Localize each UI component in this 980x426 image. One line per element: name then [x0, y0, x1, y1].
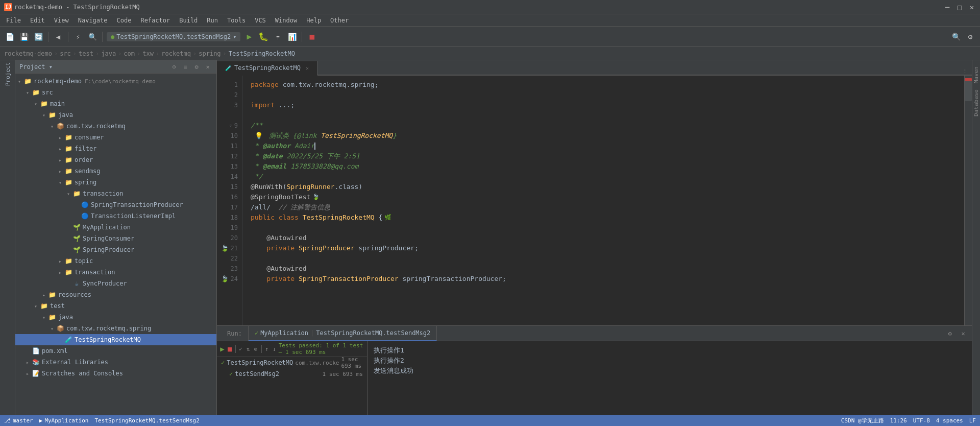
tree-item-java-main[interactable]: ▾ 📁 java [15, 109, 216, 121]
encoding-status[interactable]: UTF-8 [913, 417, 930, 424]
tree-item-test[interactable]: ▾ 📁 test [15, 300, 216, 312]
search-button[interactable]: 🔍 [950, 31, 962, 42]
tree-item-resources[interactable]: ▸ 📁 resources [15, 289, 216, 300]
close-button[interactable]: ✕ [968, 3, 976, 11]
run-button[interactable]: ▶ [243, 31, 255, 42]
tree-item-spring[interactable]: ▾ 📁 spring [15, 177, 216, 188]
tree-item-root[interactable]: ▾ 📁 rocketmq-demo F:\code\rocketmq-demo [15, 76, 216, 87]
tree-item-sync-producer[interactable]: ▸ ☕ SyncProducer [15, 278, 216, 289]
breadcrumb-txw[interactable]: txw [142, 50, 154, 57]
project-tab-btn[interactable]: Project [3, 62, 13, 86]
menu-refactor[interactable]: Refactor [136, 16, 174, 25]
menu-help[interactable]: Help [302, 16, 325, 25]
run-panel-settings-btn[interactable]: ⚙ [945, 329, 954, 338]
tree-item-tx-listener[interactable]: ▸ 🔵 TransactionListenerImpl [15, 210, 216, 222]
coverage-button[interactable]: ☂ [272, 31, 283, 42]
code-editor[interactable]: package com.txw.rocketmq.spring; import … [242, 76, 964, 325]
menu-vcs[interactable]: VCS [251, 16, 270, 25]
tree-item-main[interactable]: ▾ 📁 main [15, 98, 216, 109]
toolbar-sync[interactable]: 🔄 [33, 31, 44, 42]
tree-item-sendmsg[interactable]: ▸ 📁 sendmsg [15, 165, 216, 177]
sort-btn[interactable]: ⇅ [245, 344, 252, 354]
database-tab[interactable]: Database [972, 87, 980, 119]
menu-code[interactable]: Code [113, 16, 136, 25]
run-stop-btn[interactable]: ■ [227, 344, 233, 354]
import-btn[interactable]: ↑ [263, 344, 270, 354]
tree-item-myapp[interactable]: ▸ 🌱 MyApplication [15, 222, 216, 233]
tree-item-spring-producer[interactable]: ▸ 🌱 SpringProducer [15, 244, 216, 255]
title-bar-controls[interactable]: ─ □ ✕ [943, 3, 976, 11]
minimize-button[interactable]: ─ [943, 3, 951, 11]
run-again-btn[interactable]: ▶ [219, 344, 226, 354]
line-col-status[interactable]: 11:26 [890, 417, 907, 424]
lf-status[interactable]: LF [969, 417, 976, 424]
settings-button[interactable]: ⚙ [965, 31, 976, 42]
tree-item-pom[interactable]: ▸ 📄 pom.xml [15, 345, 216, 357]
menu-file[interactable]: File [2, 16, 25, 25]
breadcrumb-spring[interactable]: spring [199, 50, 220, 57]
run-tab-run[interactable]: Run: [221, 326, 249, 341]
tree-item-topic[interactable]: ▸ 📁 topic [15, 255, 216, 267]
editor-container[interactable]: 1 2 3 . ▿ 9 10 11 12 13 14 15 16 17 18 1… [217, 76, 972, 325]
tree-item-package[interactable]: ▾ 📦 com.txw.rocketmq [15, 121, 216, 132]
toolbar-new-file[interactable]: 📄 [4, 31, 15, 42]
panel-gear-btn[interactable]: ⚙ [192, 62, 201, 72]
git-status[interactable]: ⎇ master [4, 417, 33, 424]
breadcrumb-src[interactable]: src [60, 50, 71, 57]
scroll-thumb[interactable] [965, 81, 972, 101]
breadcrumb-rocketmq[interactable]: rocketmq [161, 50, 191, 57]
editor-tab-testspring[interactable]: 🧪 TestSpringRocketMQ ✕ [217, 61, 317, 76]
tree-item-order[interactable]: ▸ 📁 order [15, 154, 216, 165]
breadcrumb-java[interactable]: java [101, 50, 116, 57]
maven-tab[interactable]: Maven [972, 64, 980, 85]
tree-item-java-test[interactable]: ▾ 📁 java [15, 312, 216, 323]
tree-item-spring-consumer[interactable]: ▸ 🌱 SpringConsumer [15, 233, 216, 244]
run-status-item[interactable]: ▶ MyApplication [39, 417, 89, 424]
maximize-button[interactable]: □ [955, 3, 964, 11]
menu-tools[interactable]: Tools [223, 16, 250, 25]
menu-run[interactable]: Run [203, 16, 222, 25]
menu-other[interactable]: Other [326, 16, 353, 25]
profile-button[interactable]: 📊 [286, 31, 298, 42]
tree-item-filter[interactable]: ▸ 📁 filter [15, 143, 216, 154]
test-tree-root[interactable]: ✓ TestSpringRocketMQ com.txw.rocke 1 sec… [217, 357, 367, 368]
tree-item-transaction[interactable]: ▾ 📁 transaction [15, 188, 216, 199]
toolbar-search-everywhere[interactable]: 🔍 [87, 31, 98, 42]
debug-button[interactable]: 🐛 [258, 31, 269, 42]
stop-button[interactable]: ■ [306, 31, 317, 42]
tree-item-ext-libs[interactable]: ▸ 📚 External Libraries [15, 357, 216, 368]
breadcrumb-com[interactable]: com [124, 50, 135, 57]
panel-hide-btn[interactable]: ✕ [203, 62, 212, 72]
panel-locate-btn[interactable]: ⊙ [169, 62, 179, 72]
test-status-item[interactable]: TestSpringRocketMQ.testSendMsg2 [94, 417, 199, 424]
tree-item-test-package[interactable]: ▾ 📦 com.txw.rocketmq.spring [15, 323, 216, 334]
menu-view[interactable]: View [50, 16, 73, 25]
run-panel-hide-btn[interactable]: ✕ [959, 329, 968, 338]
menu-edit[interactable]: Edit [26, 16, 49, 25]
breadcrumb-project[interactable]: rocketmq-demo [4, 50, 52, 57]
tree-item-src[interactable]: ▾ 📁 src [15, 87, 216, 98]
expand-btn[interactable]: ⊕ [253, 344, 259, 354]
panel-collapse-btn[interactable]: ≡ [181, 62, 190, 72]
tree-item-spring-tx-producer[interactable]: ▸ 🔵 SpringTransactionProducer [15, 199, 216, 210]
breadcrumb-test[interactable]: test [79, 50, 93, 57]
tree-item-consumer[interactable]: ▸ 📁 consumer [15, 132, 216, 143]
breadcrumb-file[interactable]: TestSpringRocketMQ [229, 50, 295, 57]
export-btn[interactable]: ↓ [271, 344, 278, 354]
toolbar-save[interactable]: 💾 [18, 31, 30, 42]
filter-failed-btn[interactable]: ✓ [237, 344, 244, 354]
run-tab-test[interactable]: ✓ MyApplication | TestSpringRocketMQ.tes… [249, 326, 437, 341]
menu-window[interactable]: Window [271, 16, 301, 25]
recent-files-btn[interactable]: ⋮ [962, 68, 968, 75]
tree-item-test-file[interactable]: ▸ 🧪 TestSpringRocketMQ [15, 334, 216, 345]
tree-item-scratches[interactable]: ▸ 📝 Scratches and Consoles [15, 368, 216, 379]
toolbar-back[interactable]: ◀ [53, 31, 64, 42]
file-tree[interactable]: ▾ 📁 rocketmq-demo F:\code\rocketmq-demo … [15, 74, 216, 415]
indent-status[interactable]: 4 spaces [936, 417, 963, 424]
toolbar-structure[interactable]: ⚡ [72, 31, 84, 42]
tab-close-btn[interactable]: ✕ [306, 65, 309, 71]
menu-navigate[interactable]: Navigate [74, 16, 112, 25]
tree-item-transaction2[interactable]: ▸ 📁 transaction [15, 267, 216, 278]
menu-build[interactable]: Build [175, 16, 202, 25]
run-config-selector[interactable]: ● TestSpringRocketMQ.testSendMsg2 ▾ [107, 32, 240, 41]
